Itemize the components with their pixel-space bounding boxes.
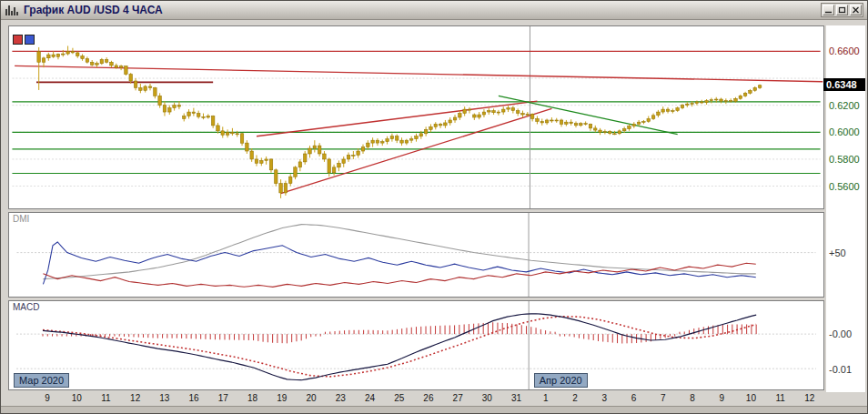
minimize-button[interactable] — [823, 5, 834, 15]
chart-window: График AUD /USD 4 ЧАСА DMI MACD 0.66000.… — [0, 0, 868, 414]
price-axis[interactable]: 0.66000.62000.60000.58000.56000.6348+50-… — [826, 25, 865, 392]
month-badge-april: Апр 2020 — [534, 373, 588, 388]
macd-panel[interactable] — [8, 300, 824, 390]
blue-object-button[interactable] — [25, 35, 35, 45]
close-button[interactable] — [850, 5, 862, 15]
date-label: 26 — [423, 393, 433, 403]
macd-level-label: -0.01 — [829, 364, 852, 375]
date-label: 12 — [804, 393, 814, 403]
date-label: 6 — [631, 393, 637, 403]
date-label: 7 — [661, 393, 666, 403]
current-price-tag: 0.6348 — [823, 78, 865, 91]
date-label: 19 — [277, 393, 287, 403]
time-axis[interactable]: 9101112131617181920232425262730311236789… — [8, 392, 824, 406]
price-tick-label: 0.5800 — [829, 154, 860, 165]
price-chart-panel[interactable] — [8, 25, 824, 209]
date-label: 30 — [482, 393, 492, 403]
date-label: 23 — [336, 393, 346, 403]
dmi-indicator-label: DMI — [13, 214, 29, 224]
price-tick-label: 0.5600 — [829, 181, 860, 192]
date-label: 17 — [218, 393, 228, 403]
date-label: 10 — [72, 393, 82, 403]
titlebar[interactable]: График AUD /USD 4 ЧАСА — [1, 1, 867, 20]
price-tick-label: 0.6000 — [829, 126, 860, 137]
date-label: 12 — [130, 393, 140, 403]
date-label: 18 — [247, 393, 257, 403]
date-label: 1 — [543, 393, 549, 403]
month-badge-march: Мар 2020 — [14, 373, 69, 388]
date-label: 25 — [394, 393, 404, 403]
date-label: 11 — [101, 393, 110, 403]
date-label: 27 — [453, 393, 463, 403]
window-title: График AUD /USD 4 ЧАСА — [24, 4, 163, 16]
date-label: 24 — [365, 393, 375, 403]
date-label: 16 — [189, 393, 199, 403]
date-label: 31 — [511, 393, 521, 403]
window-bottom-edge — [1, 406, 867, 413]
date-label: 11 — [775, 393, 784, 403]
macd-level-label: -0.00 — [829, 328, 852, 339]
date-label: 2 — [572, 393, 578, 403]
date-label: 13 — [159, 393, 169, 403]
date-label: 8 — [690, 393, 695, 403]
chart-icon — [5, 5, 19, 16]
date-label: 9 — [45, 393, 50, 403]
date-label: 10 — [746, 393, 756, 403]
dmi-level-label: +50 — [829, 247, 846, 258]
date-label: 20 — [306, 393, 316, 403]
dmi-panel[interactable] — [8, 212, 824, 298]
red-object-button[interactable] — [13, 35, 23, 45]
price-tick-label: 0.6200 — [829, 100, 860, 111]
price-tick-label: 0.6600 — [829, 45, 860, 56]
restore-button[interactable] — [836, 5, 848, 15]
date-label: 3 — [602, 393, 608, 403]
macd-indicator-label: MACD — [13, 302, 39, 312]
window-controls — [821, 3, 863, 17]
date-label: 9 — [719, 393, 724, 403]
